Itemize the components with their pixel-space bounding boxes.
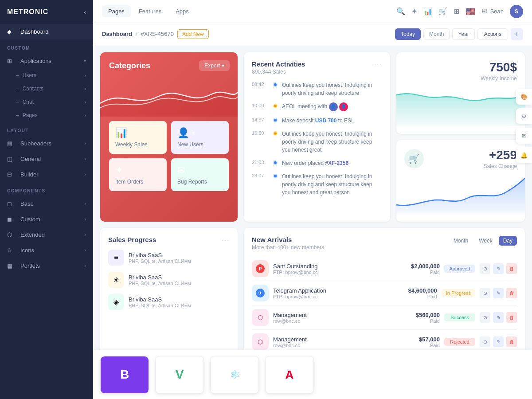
mini-card-weekly-sales[interactable]: 📊 Weekly Sales bbox=[109, 121, 167, 154]
delete-icon[interactable]: 🗑 bbox=[506, 336, 517, 347]
activities-card-header: Recent Activities 890,344 Sales ··· bbox=[252, 60, 382, 75]
mini-card-item-orders[interactable]: ✦ Item Orders bbox=[109, 158, 167, 191]
framework-react[interactable]: ⚛ bbox=[210, 356, 259, 394]
orders-icon: ✦ bbox=[115, 164, 160, 176]
action-icons: ⊙ ✎ 🗑 bbox=[480, 312, 517, 323]
svg-text:P: P bbox=[259, 266, 262, 271]
activities-subtitle: 890,344 Sales bbox=[252, 69, 305, 75]
mini-card-label: New Users bbox=[177, 141, 223, 148]
sidebar-item-general[interactable]: ◫ General › bbox=[0, 151, 93, 167]
framework-angular[interactable]: A bbox=[265, 356, 314, 394]
copy-icon[interactable]: ⊙ bbox=[480, 336, 490, 347]
action-icons: ⊙ ✎ 🗑 bbox=[480, 263, 517, 274]
activity-time: 23:07 bbox=[252, 172, 269, 178]
sidebar-item-subheaders[interactable]: ▤ Subheaders › bbox=[0, 136, 93, 151]
pages-arrow-icon: › bbox=[85, 113, 86, 118]
edit-icon[interactable]: ✎ bbox=[493, 263, 504, 274]
add-new-button[interactable]: Add New bbox=[177, 29, 209, 39]
base-chevron-icon: › bbox=[85, 201, 86, 206]
sub-dash-icon: – bbox=[16, 86, 19, 92]
arrivals-row: ⬡ Management row@bnc.cc $560,000 Paid Su… bbox=[252, 305, 517, 330]
export-button[interactable]: Export ▾ bbox=[199, 60, 230, 71]
arrivals-app-name: Management bbox=[273, 336, 395, 343]
right-icon-palette[interactable]: 🎨 bbox=[516, 89, 532, 105]
arrivals-app-info: Telegram Application FTP: bprow@bnc.cc bbox=[273, 287, 393, 299]
svg-text:✈: ✈ bbox=[258, 290, 262, 296]
activities-title-group: Recent Activities 890,344 Sales bbox=[252, 60, 305, 75]
today-button[interactable]: Today bbox=[395, 28, 421, 40]
search-icon[interactable]: 🔍 bbox=[396, 7, 405, 16]
delete-icon[interactable]: 🗑 bbox=[506, 263, 517, 274]
top-row: Categories Export ▾ bbox=[100, 52, 525, 222]
grid-icon[interactable]: ⊞ bbox=[454, 7, 459, 16]
activities-menu-icon[interactable]: ··· bbox=[374, 60, 382, 67]
chat-arrow-icon: › bbox=[85, 100, 86, 105]
tab-apps[interactable]: Apps bbox=[169, 5, 195, 17]
cart-icon[interactable]: 🛒 bbox=[438, 7, 447, 16]
sidebar-item-icons[interactable]: ☆ Icons › bbox=[0, 243, 93, 258]
right-icon-settings[interactable]: ⚙ bbox=[516, 108, 532, 124]
sidebar-item-contacts[interactable]: – Contacts › bbox=[0, 82, 93, 95]
bootstrap-icon: B bbox=[120, 368, 129, 382]
edit-icon[interactable]: ✎ bbox=[493, 288, 504, 298]
framework-vue[interactable]: V bbox=[155, 356, 204, 394]
year-button[interactable]: Year bbox=[452, 28, 474, 40]
tab-pages[interactable]: Pages bbox=[102, 5, 131, 17]
portlets-chevron-icon: › bbox=[85, 263, 86, 268]
breadcrumb-id: #XRS-45670 bbox=[141, 31, 174, 37]
svg-text:⬡: ⬡ bbox=[258, 338, 263, 345]
copy-icon[interactable]: ⊙ bbox=[480, 312, 490, 323]
arrivals-paid: Paid bbox=[400, 318, 440, 324]
quick-add-button[interactable]: + bbox=[511, 28, 523, 40]
stats-column: 750$ Weekly Income bbox=[396, 52, 525, 222]
sidebar-item-pages[interactable]: – Pages › bbox=[0, 109, 93, 122]
month-button[interactable]: Month bbox=[423, 28, 450, 40]
subheaders-icon: ▤ bbox=[7, 140, 16, 147]
sidebar-item-applications[interactable]: ⊞ Applications ▾ bbox=[0, 53, 93, 69]
tab-features[interactable]: Features bbox=[133, 5, 168, 17]
arrivals-tab-day[interactable]: Day bbox=[499, 236, 517, 246]
extended-icon: ⬡ bbox=[7, 231, 16, 238]
mini-card-new-users[interactable]: 👤+ New Users bbox=[171, 121, 229, 154]
sales-menu-icon[interactable]: ··· bbox=[222, 236, 230, 243]
actions-button[interactable]: Actions bbox=[477, 28, 508, 40]
sidebar-item-portlets[interactable]: ▦ Portlets › bbox=[0, 258, 93, 274]
icons-chevron-icon: › bbox=[85, 248, 86, 253]
sales-item-name: Briviba SaaS bbox=[129, 296, 230, 303]
mini-card-bug-reports[interactable]: ✉ Bug Reports bbox=[171, 158, 229, 191]
delete-icon[interactable]: 🗑 bbox=[506, 312, 517, 323]
flag-icon[interactable]: 🇺🇸 bbox=[466, 7, 475, 16]
right-icon-send[interactable]: ✉ bbox=[516, 128, 532, 144]
edit-icon[interactable]: ✎ bbox=[493, 312, 504, 323]
sidebar-toggle-icon[interactable]: ‹ bbox=[84, 8, 86, 16]
dropdown-arrow-icon: ▾ bbox=[222, 63, 224, 69]
sidebar-item-chat[interactable]: – Chat › bbox=[0, 95, 93, 109]
sales-change-label: Sales Change bbox=[484, 163, 517, 169]
arrivals-paid: Paid bbox=[400, 270, 440, 275]
arrivals-tab-month[interactable]: Month bbox=[449, 236, 473, 246]
user-avatar[interactable]: S bbox=[510, 5, 523, 18]
sales-item-info: Briviba SaaS PHP, SQLite, Artisan CLИмм bbox=[129, 252, 230, 264]
sidebar-item-base[interactable]: ◻ Base › bbox=[0, 196, 93, 211]
sidebar-item-extended[interactable]: ⬡ Extended › bbox=[0, 227, 93, 243]
top-navigation: Pages Features Apps 🔍 ✦ 📊 🛒 ⊞ 🇺🇸 Hi, Sea… bbox=[93, 0, 532, 23]
framework-bootstrap[interactable]: B bbox=[100, 356, 149, 394]
sidebar-item-builder[interactable]: ⊟ Builder › bbox=[0, 167, 93, 182]
base-icon: ◻ bbox=[7, 200, 16, 207]
edit-icon[interactable]: ✎ bbox=[493, 336, 504, 347]
chart-icon[interactable]: 📊 bbox=[423, 7, 432, 16]
sidebar-item-dashboard[interactable]: ◆ Dashboard bbox=[0, 24, 93, 39]
arrivals-amount: $2,000,000 bbox=[400, 263, 440, 270]
arrivals-app-sub: row@bnc.cc bbox=[273, 343, 395, 348]
right-icon-bell[interactable]: 🔔 bbox=[516, 147, 532, 163]
copy-icon[interactable]: ⊙ bbox=[480, 288, 490, 298]
copy-icon[interactable]: ⊙ bbox=[480, 263, 490, 274]
arrivals-tab-week[interactable]: Week bbox=[474, 236, 497, 246]
sales-item-icon: ≡ bbox=[108, 250, 124, 266]
delete-icon[interactable]: 🗑 bbox=[506, 288, 517, 298]
sidebar-item-users[interactable]: – Users › bbox=[0, 69, 93, 82]
sidebar-item-custom[interactable]: ◼ Custom › bbox=[0, 211, 93, 227]
new-arrivals-card: New Arrivals More than 400+ new members … bbox=[244, 228, 525, 362]
network-icon[interactable]: ✦ bbox=[411, 7, 417, 16]
app-icon-telegram: ✈ bbox=[252, 285, 269, 301]
